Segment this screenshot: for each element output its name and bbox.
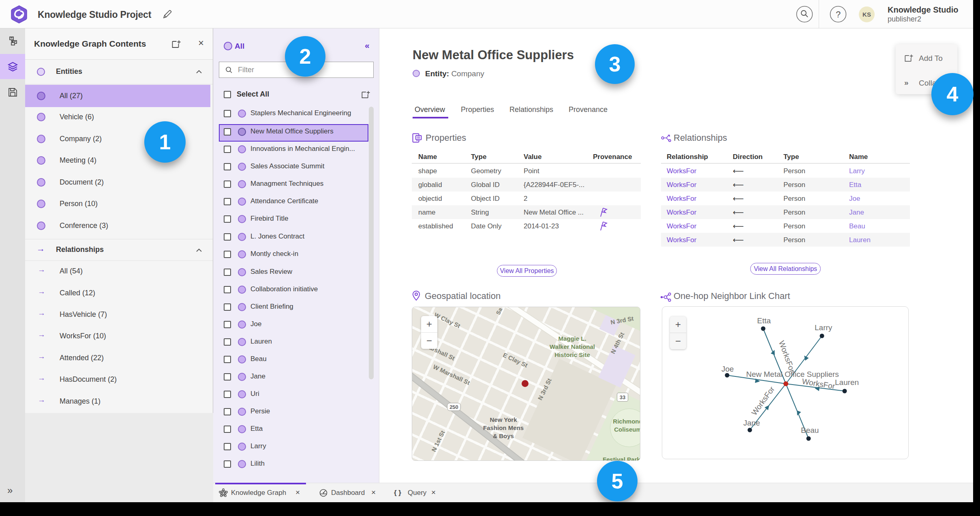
svg-text:Beau: Beau — [801, 426, 819, 434]
svg-text:Larry: Larry — [815, 323, 832, 332]
svg-text:Jane: Jane — [743, 419, 760, 427]
svg-text:Joe: Joe — [721, 365, 734, 373]
svg-text:?: ? — [836, 9, 841, 19]
svg-text:Lauren: Lauren — [835, 378, 859, 387]
svg-text:Etta: Etta — [757, 316, 771, 325]
